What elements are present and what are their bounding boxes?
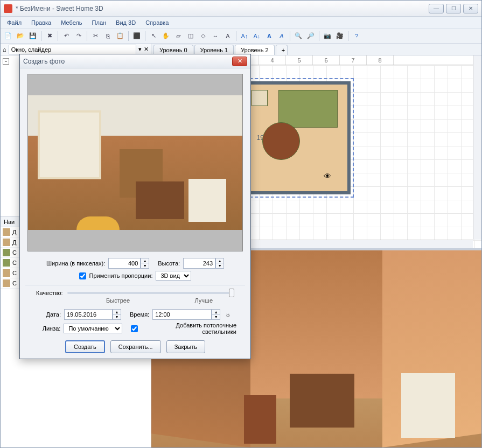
date-label: Дата: [34, 311, 61, 318]
create-polyline-icon[interactable]: ◇ [198, 31, 208, 41]
close-dialog-button[interactable]: Закрыть [166, 340, 205, 353]
ceiling-lights-label: Добавить потолочные светильники [141, 322, 236, 335]
add-furniture-icon[interactable]: ⬛ [131, 31, 142, 41]
furniture-icon [3, 279, 10, 287]
dialog-title: Создать фото [23, 58, 232, 65]
app-icon [4, 4, 12, 13]
date-spinner[interactable]: ▲▼ [64, 309, 121, 320]
camera-icon[interactable]: 👁 [324, 172, 331, 180]
quality-faster-label: Быстрее [106, 297, 130, 304]
slider-thumb[interactable] [229, 289, 234, 297]
scrollbar-vertical[interactable] [473, 55, 481, 240]
spin-up-icon[interactable]: ▲ [113, 310, 121, 314]
menu-furniture[interactable]: Мебель [57, 18, 86, 27]
menu-plan[interactable]: План [88, 18, 111, 27]
menu-edit[interactable]: Правка [27, 18, 55, 27]
ratio-select[interactable]: 3D вид [156, 271, 191, 281]
photo-icon[interactable]: 📷 [322, 31, 333, 41]
create-walls-icon[interactable]: ▱ [173, 31, 184, 41]
furniture-icon [3, 259, 10, 267]
height-input[interactable] [183, 258, 215, 269]
time-label: Время: [130, 311, 149, 318]
copy-icon[interactable]: ⎘ [102, 31, 113, 41]
dialog-titlebar[interactable]: Создать фото ✕ [20, 54, 250, 68]
add-level-button[interactable]: + [276, 45, 288, 55]
lens-select[interactable]: По умолчанию [64, 324, 122, 333]
toolbar: 📄 📂 💾 ✖ ↶ ↷ ✂ ⎘ 📋 ⬛ ↖ ✋ ▱ ◫ ◇ ↔ A A↑ A↓ … [1, 29, 481, 44]
quality-better-label: Лучше [194, 297, 213, 304]
cut-icon[interactable]: ✂ [90, 31, 101, 41]
maximize-button[interactable]: ☐ [446, 4, 461, 13]
new-icon[interactable]: 📄 [3, 31, 13, 41]
spin-up-icon[interactable]: ▲ [216, 258, 223, 263]
quality-label: Качество: [36, 290, 63, 296]
redo-icon[interactable]: ↷ [73, 31, 84, 41]
height-spinner[interactable]: ▲▼ [183, 258, 224, 269]
ceiling-lights-checkbox[interactable] [131, 325, 138, 332]
width-spinner[interactable]: ▲▼ [108, 258, 149, 269]
furniture-table[interactable] [262, 122, 300, 160]
window-title: * БезИмени - Sweet Home 3D [16, 5, 429, 12]
spin-up-icon[interactable]: ▲ [141, 258, 149, 263]
zoom-in-icon[interactable]: 🔍 [293, 31, 304, 41]
save-icon[interactable]: 💾 [27, 31, 38, 41]
quality-slider[interactable] [67, 292, 234, 294]
spin-up-icon[interactable]: ▲ [212, 310, 220, 314]
paste-icon[interactable]: 📋 [115, 31, 125, 41]
spin-down-icon[interactable]: ▼ [113, 314, 121, 319]
text-size-up-icon[interactable]: A↑ [239, 31, 250, 41]
preferences-icon[interactable]: ✖ [44, 31, 55, 41]
date-input[interactable] [64, 309, 113, 320]
video-icon[interactable]: 🎥 [334, 31, 345, 41]
select-icon[interactable]: ↖ [148, 31, 159, 41]
furniture-icon [3, 239, 10, 246]
create-rooms-icon[interactable]: ◫ [185, 31, 196, 41]
desk-3d [290, 374, 354, 428]
time-input[interactable] [152, 309, 212, 320]
undo-icon[interactable]: ↶ [61, 31, 72, 41]
spin-down-icon[interactable]: ▼ [141, 263, 149, 268]
search-input[interactable] [9, 45, 136, 54]
zoom-out-icon[interactable]: 🔎 [305, 31, 316, 41]
dialog-close-button[interactable]: ✕ [232, 57, 247, 66]
home-icon[interactable]: ⌂ [3, 46, 6, 53]
menu-view3d[interactable]: Вид 3D [111, 18, 140, 27]
help-icon[interactable]: ? [351, 31, 362, 41]
time-spinner[interactable]: ▲▼ [152, 309, 220, 320]
preview-table [76, 216, 120, 230]
spin-down-icon[interactable]: ▼ [212, 314, 220, 319]
dropdown-icon[interactable]: ▾ [138, 46, 142, 53]
menu-file[interactable]: Файл [3, 18, 26, 27]
titlebar[interactable]: * БезИмени - Sweet Home 3D — ☐ ✕ [1, 1, 481, 17]
sun-icon[interactable]: ☼ [223, 310, 232, 319]
furniture-icon [3, 228, 10, 236]
save-button[interactable]: Сохранить... [110, 340, 161, 353]
expand-icon[interactable]: − [3, 58, 9, 65]
clear-icon[interactable]: ✕ [144, 46, 149, 53]
width-label: Ширина (в пикселах): [46, 260, 105, 267]
furniture-icon [3, 249, 10, 256]
col-name[interactable]: Наи [1, 217, 18, 227]
apply-ratio-checkbox[interactable] [79, 272, 86, 279]
height-label: Высота: [158, 260, 180, 267]
stool-3d [244, 395, 276, 444]
furniture-sofa[interactable] [278, 90, 338, 128]
furniture-chair[interactable] [252, 90, 268, 106]
width-input[interactable] [108, 258, 141, 269]
spin-down-icon[interactable]: ▼ [216, 263, 223, 268]
photo-preview [27, 74, 243, 251]
pan-icon[interactable]: ✋ [160, 31, 171, 41]
create-photo-dialog: Создать фото ✕ Ширина (в пикселах): ▲▼ В… [19, 54, 251, 359]
lens-label: Линза: [34, 325, 60, 332]
close-button[interactable]: ✕ [463, 4, 478, 13]
bold-icon[interactable]: A [264, 31, 275, 41]
open-icon[interactable]: 📂 [15, 31, 26, 41]
italic-icon[interactable]: A [276, 31, 287, 41]
menu-help[interactable]: Справка [141, 18, 173, 27]
minimize-button[interactable]: — [429, 4, 444, 13]
preview-chair [188, 179, 226, 222]
create-button[interactable]: Создать [65, 340, 105, 353]
create-dimensions-icon[interactable]: ↔ [210, 31, 221, 41]
text-size-down-icon[interactable]: A↓ [252, 31, 262, 41]
create-text-icon[interactable]: A [222, 31, 233, 41]
